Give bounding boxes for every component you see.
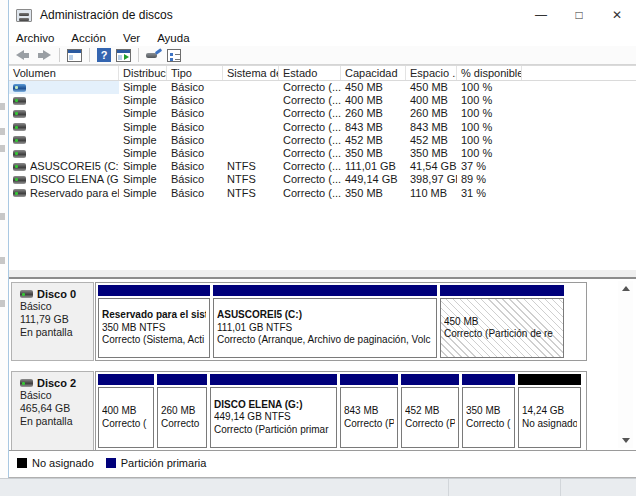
disk-name: Disco 2 [20, 377, 93, 389]
disk-management-window: Administración de discos — □ ✕ ArchivoAc… [8, 0, 636, 478]
partition-type-bar [462, 374, 515, 385]
partition-400-mb[interactable]: 400 MBCorrecto ( [98, 374, 154, 448]
partition-type-bar [518, 374, 581, 385]
volume-row[interactable]: ASUSCOREI5 (C:)SimpleBásicoNTFSCorrecto … [9, 160, 636, 173]
drive-icon [13, 150, 26, 158]
cell-volumen [9, 147, 119, 160]
scroll-up-icon[interactable] [618, 281, 633, 296]
scroll-down-icon[interactable] [618, 433, 633, 448]
partition-size: 14,24 GB [522, 405, 577, 418]
volume-row[interactable]: SimpleBásicoCorrecto (...260 MB260 MB100… [9, 107, 636, 120]
volume-row[interactable]: SimpleBásicoCorrecto (...350 MB350 MB100… [9, 147, 636, 160]
menu-ver[interactable]: Ver [123, 32, 140, 44]
vertical-scrollbar[interactable] [618, 281, 633, 448]
menu-archivo[interactable]: Archivo [16, 32, 54, 44]
toolbar-separator [59, 48, 60, 62]
menu-acci-n[interactable]: Acción [71, 32, 106, 44]
partition-status: Correcto ( [102, 418, 150, 431]
partition-body: 450 MBCorrecto (Partición de re [440, 298, 564, 358]
menu-ayuda[interactable]: Ayuda [157, 32, 189, 44]
drive-icon [13, 136, 26, 144]
partition-status: Correcto [161, 418, 203, 431]
cell-volumen [9, 121, 119, 134]
partition-843-mb[interactable]: 843 MBCorrecto (Pa [340, 374, 398, 448]
partition-body: 350 MBCorrecto ( [462, 387, 515, 448]
drive-icon [13, 97, 26, 105]
cell-disponible: 100 % [457, 134, 522, 147]
volume-row[interactable]: SimpleBásicoCorrecto (...450 MB450 MB100… [9, 81, 636, 94]
cell-disponible: 100 % [457, 81, 522, 94]
cell-espacio: 260 MB [406, 107, 457, 120]
cell-tipo: Básico [167, 147, 223, 160]
volume-row[interactable]: SimpleBásicoCorrecto (...843 MB843 MB100… [9, 121, 636, 134]
forward-arrow-icon[interactable] [36, 50, 52, 61]
partition-452-mb[interactable]: 452 MBCorrecto (P [401, 374, 459, 448]
cell-estado: Correcto (... [279, 94, 341, 107]
cell-volumen: Reservado para el ... [9, 187, 119, 200]
disk-header-disco-0[interactable]: Disco 0Básico111,79 GBEn pantalla [11, 282, 94, 361]
cell-espacio: 843 MB [406, 121, 457, 134]
volume-row[interactable]: DISCO ELENA (G:)SimpleBásicoNTFSCorrecto… [9, 173, 636, 186]
disk-name: Disco 0 [20, 288, 93, 300]
partition-size: 350 MB NTFS [102, 322, 206, 335]
cell-distribucion: Simple [119, 160, 167, 173]
partition-name: Reservado para el sist [102, 309, 206, 322]
partition-name: ASUSCOREI5 (C:) [217, 309, 433, 322]
cell-estado: Correcto (... [279, 147, 341, 160]
maximize-button[interactable]: □ [560, 0, 598, 30]
legend-label: Partición primaria [121, 457, 207, 469]
window-title: Administración de discos [40, 8, 173, 22]
partition-status: No asignado [522, 418, 577, 431]
partition-disco-elena-g[interactable]: DISCO ELENA (G:)449,14 GB NTFSCorrecto (… [210, 374, 337, 448]
volume-row[interactable]: SimpleBásicoCorrecto (...400 MB400 MB100… [9, 94, 636, 107]
column-header-disponible[interactable]: % disponible [457, 66, 522, 80]
pane-splitter[interactable] [9, 270, 636, 279]
console-window-play-icon[interactable] [116, 49, 131, 62]
cell-capacidad: 449,14 GB [341, 173, 406, 186]
column-header-distribuci-n[interactable]: Distribución [119, 66, 167, 80]
partition-asuscorei5-c[interactable]: ASUSCOREI5 (C:)111,01 GB NTFSCorrecto (A… [213, 285, 437, 358]
device-tool-icon[interactable] [146, 49, 162, 61]
column-header-volumen[interactable]: Volumen [9, 66, 119, 80]
cell-capacidad: 452 MB [341, 134, 406, 147]
disk-kind: Básico [20, 389, 93, 402]
cell-capacidad: 260 MB [341, 107, 406, 120]
cell-sistema [223, 134, 279, 147]
graphical-view-pane: Disco 0Básico111,79 GBEn pantallaReserva… [9, 279, 636, 451]
partition-body: 843 MBCorrecto (Pa [340, 387, 398, 448]
close-button[interactable]: ✕ [598, 0, 636, 30]
disk-header-disco-2[interactable]: Disco 2Básico465,64 GBEn pantalla [11, 371, 94, 451]
screen: Administración de discos — □ ✕ ArchivoAc… [0, 0, 636, 496]
cell-disponible: 100 % [457, 121, 522, 134]
column-header-tipo[interactable]: Tipo [167, 66, 223, 80]
volume-row[interactable]: SimpleBásicoCorrecto (...452 MB452 MB100… [9, 134, 636, 147]
column-header-sistema-de[interactable]: Sistema de ... [223, 66, 279, 80]
partition-260-mb[interactable]: 260 MBCorrecto [157, 374, 207, 448]
column-header-espacio[interactable]: Espacio ... [406, 66, 457, 80]
cell-distribucion: Simple [119, 173, 167, 186]
cell-estado: Correcto (... [279, 134, 341, 147]
partition-350-mb[interactable]: 350 MBCorrecto ( [462, 374, 515, 448]
legend-swatch [17, 458, 27, 468]
properties-icon[interactable] [167, 49, 181, 62]
column-header-capacidad[interactable]: Capacidad [341, 66, 406, 80]
volume-row[interactable]: Reservado para el ...SimpleBásicoNTFSCor… [9, 187, 636, 200]
back-arrow-icon[interactable] [15, 50, 31, 61]
cell-tipo: Básico [167, 121, 223, 134]
help-icon[interactable]: ? [97, 48, 111, 62]
volume-name: Reservado para el ... [30, 187, 119, 200]
background-window-edge [0, 0, 8, 478]
cell-capacidad: 350 MB [341, 147, 406, 160]
cell-distribucion: Simple [119, 147, 167, 160]
toolbar-separator [138, 48, 139, 62]
partition-status: Correcto (Pa [344, 418, 394, 431]
cell-capacidad: 111,01 GB [341, 160, 406, 173]
minimize-button[interactable]: — [522, 0, 560, 30]
partition-status: Correcto (Sistema, Acti [102, 334, 206, 347]
column-header-estado[interactable]: Estado [279, 66, 341, 80]
partition-14-24-gb[interactable]: 14,24 GBNo asignado [518, 374, 581, 448]
partition-reservado-para-el-sist[interactable]: Reservado para el sist350 MB NTFSCorrect… [98, 285, 210, 358]
cell-disponible: 100 % [457, 107, 522, 120]
console-window-icon[interactable] [67, 49, 82, 62]
partition-450-mb[interactable]: 450 MBCorrecto (Partición de re [440, 285, 564, 358]
